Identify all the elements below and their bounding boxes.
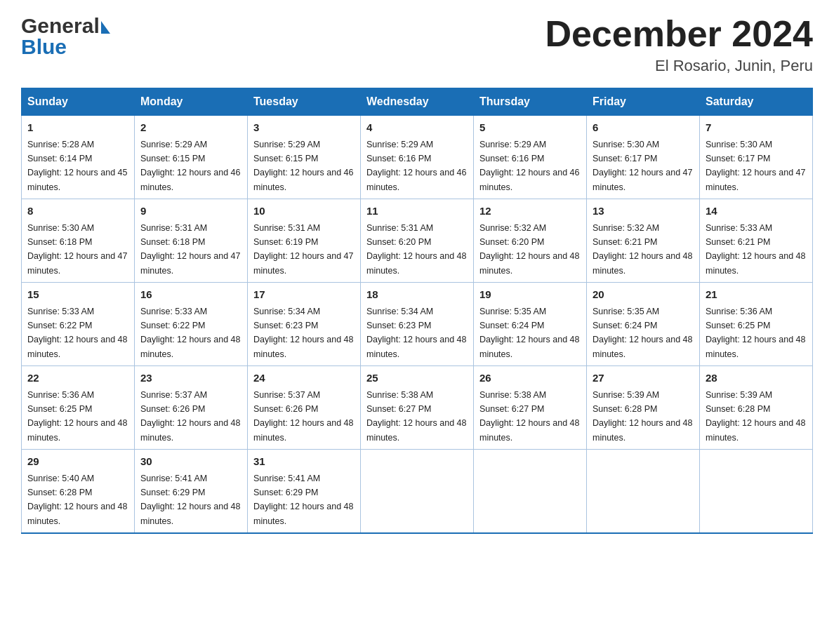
calendar-cell: 27 Sunrise: 5:39 AMSunset: 6:28 PMDaylig… [587,366,700,450]
calendar-cell: 2 Sunrise: 5:29 AMSunset: 6:15 PMDayligh… [135,116,248,199]
day-info: Sunrise: 5:34 AMSunset: 6:23 PMDaylight:… [366,307,466,359]
calendar-week-row: 8 Sunrise: 5:30 AMSunset: 6:18 PMDayligh… [22,199,813,283]
calendar-cell [361,450,474,534]
day-info: Sunrise: 5:39 AMSunset: 6:28 PMDaylight:… [706,390,805,443]
calendar-cell: 10 Sunrise: 5:31 AMSunset: 6:19 PMDaylig… [248,199,361,283]
day-info: Sunrise: 5:28 AMSunset: 6:14 PMDaylight:… [27,140,127,192]
day-number: 28 [706,370,807,387]
day-number: 7 [706,120,807,136]
weekday-header-tuesday: Tuesday [248,88,361,116]
day-info: Sunrise: 5:34 AMSunset: 6:23 PMDaylight:… [253,307,353,359]
day-info: Sunrise: 5:31 AMSunset: 6:18 PMDaylight:… [140,223,240,276]
calendar-cell: 30 Sunrise: 5:41 AMSunset: 6:29 PMDaylig… [135,450,248,534]
day-number: 14 [706,203,807,220]
day-info: Sunrise: 5:35 AMSunset: 6:24 PMDaylight:… [593,307,692,359]
day-info: Sunrise: 5:36 AMSunset: 6:25 PMDaylight:… [706,307,805,359]
day-info: Sunrise: 5:41 AMSunset: 6:29 PMDaylight:… [140,474,240,526]
day-number: 20 [593,287,694,303]
day-info: Sunrise: 5:35 AMSunset: 6:24 PMDaylight:… [479,307,579,359]
day-info: Sunrise: 5:33 AMSunset: 6:22 PMDaylight:… [27,307,127,359]
calendar-week-row: 22 Sunrise: 5:36 AMSunset: 6:25 PMDaylig… [22,366,813,450]
day-number: 23 [140,370,241,387]
day-number: 24 [253,370,355,387]
calendar-cell: 11 Sunrise: 5:31 AMSunset: 6:20 PMDaylig… [361,199,474,283]
day-number: 2 [140,120,241,136]
day-info: Sunrise: 5:38 AMSunset: 6:27 PMDaylight:… [479,390,579,443]
day-info: Sunrise: 5:30 AMSunset: 6:17 PMDaylight:… [593,140,692,192]
calendar-title: December 2024 [545,14,813,54]
calendar-cell: 13 Sunrise: 5:32 AMSunset: 6:21 PMDaylig… [587,199,700,283]
day-info: Sunrise: 5:31 AMSunset: 6:19 PMDaylight:… [253,223,353,276]
day-info: Sunrise: 5:33 AMSunset: 6:21 PMDaylight:… [706,223,805,276]
weekday-header-monday: Monday [135,88,248,116]
calendar-cell: 9 Sunrise: 5:31 AMSunset: 6:18 PMDayligh… [135,199,248,283]
weekday-header-sunday: Sunday [22,88,135,116]
page-header: General Blue December 2024 El Rosario, J… [21,14,813,75]
calendar-week-row: 15 Sunrise: 5:33 AMSunset: 6:22 PMDaylig… [22,283,813,366]
day-number: 11 [366,203,468,220]
day-info: Sunrise: 5:31 AMSunset: 6:20 PMDaylight:… [366,223,466,276]
calendar-cell: 29 Sunrise: 5:40 AMSunset: 6:28 PMDaylig… [22,450,135,534]
calendar-cell: 14 Sunrise: 5:33 AMSunset: 6:21 PMDaylig… [700,199,813,283]
calendar-subtitle: El Rosario, Junin, Peru [545,57,813,75]
calendar-cell: 23 Sunrise: 5:37 AMSunset: 6:26 PMDaylig… [135,366,248,450]
day-info: Sunrise: 5:29 AMSunset: 6:16 PMDaylight:… [366,140,466,192]
day-number: 4 [366,120,468,136]
calendar-cell: 28 Sunrise: 5:39 AMSunset: 6:28 PMDaylig… [700,366,813,450]
day-number: 25 [366,370,468,387]
day-info: Sunrise: 5:32 AMSunset: 6:21 PMDaylight:… [593,223,692,276]
day-info: Sunrise: 5:36 AMSunset: 6:25 PMDaylight:… [27,390,127,443]
day-info: Sunrise: 5:37 AMSunset: 6:26 PMDaylight:… [253,390,353,443]
logo: General Blue [21,14,110,59]
calendar-cell: 24 Sunrise: 5:37 AMSunset: 6:26 PMDaylig… [248,366,361,450]
day-info: Sunrise: 5:29 AMSunset: 6:15 PMDaylight:… [253,140,353,192]
logo-arrow-icon [101,21,110,34]
day-number: 8 [27,203,128,220]
day-info: Sunrise: 5:30 AMSunset: 6:17 PMDaylight:… [706,140,805,192]
day-info: Sunrise: 5:39 AMSunset: 6:28 PMDaylight:… [593,390,692,443]
day-number: 6 [593,120,694,136]
calendar-week-row: 29 Sunrise: 5:40 AMSunset: 6:28 PMDaylig… [22,450,813,534]
day-number: 19 [479,287,581,303]
calendar-cell: 18 Sunrise: 5:34 AMSunset: 6:23 PMDaylig… [361,283,474,366]
day-number: 15 [27,287,128,303]
day-info: Sunrise: 5:32 AMSunset: 6:20 PMDaylight:… [479,223,579,276]
calendar-cell: 16 Sunrise: 5:33 AMSunset: 6:22 PMDaylig… [135,283,248,366]
weekday-header-saturday: Saturday [700,88,813,116]
title-block: December 2024 El Rosario, Junin, Peru [545,14,813,75]
day-info: Sunrise: 5:30 AMSunset: 6:18 PMDaylight:… [27,223,127,276]
calendar-cell: 21 Sunrise: 5:36 AMSunset: 6:25 PMDaylig… [700,283,813,366]
day-number: 5 [479,120,581,136]
day-number: 21 [706,287,807,303]
calendar-cell: 4 Sunrise: 5:29 AMSunset: 6:16 PMDayligh… [361,116,474,199]
calendar-cell: 12 Sunrise: 5:32 AMSunset: 6:20 PMDaylig… [474,199,587,283]
weekday-header-friday: Friday [587,88,700,116]
day-number: 18 [366,287,468,303]
day-number: 16 [140,287,241,303]
calendar-header-row: SundayMondayTuesdayWednesdayThursdayFrid… [22,88,813,116]
day-info: Sunrise: 5:38 AMSunset: 6:27 PMDaylight:… [366,390,466,443]
day-number: 1 [27,120,128,136]
day-number: 3 [253,120,355,136]
day-info: Sunrise: 5:41 AMSunset: 6:29 PMDaylight:… [253,474,353,526]
logo-general-text: General [21,14,100,38]
day-info: Sunrise: 5:29 AMSunset: 6:15 PMDaylight:… [140,140,240,192]
day-number: 29 [27,454,128,470]
calendar-cell: 8 Sunrise: 5:30 AMSunset: 6:18 PMDayligh… [22,199,135,283]
day-number: 26 [479,370,581,387]
calendar-cell: 5 Sunrise: 5:29 AMSunset: 6:16 PMDayligh… [474,116,587,199]
calendar-cell: 17 Sunrise: 5:34 AMSunset: 6:23 PMDaylig… [248,283,361,366]
day-number: 17 [253,287,355,303]
calendar-cell: 26 Sunrise: 5:38 AMSunset: 6:27 PMDaylig… [474,366,587,450]
day-number: 30 [140,454,241,470]
calendar-cell: 20 Sunrise: 5:35 AMSunset: 6:24 PMDaylig… [587,283,700,366]
logo-blue-text: Blue [21,35,67,59]
day-number: 9 [140,203,241,220]
calendar-cell: 1 Sunrise: 5:28 AMSunset: 6:14 PMDayligh… [22,116,135,199]
calendar-cell: 31 Sunrise: 5:41 AMSunset: 6:29 PMDaylig… [248,450,361,534]
calendar-cell: 15 Sunrise: 5:33 AMSunset: 6:22 PMDaylig… [22,283,135,366]
calendar-week-row: 1 Sunrise: 5:28 AMSunset: 6:14 PMDayligh… [22,116,813,199]
calendar-cell: 19 Sunrise: 5:35 AMSunset: 6:24 PMDaylig… [474,283,587,366]
day-number: 27 [593,370,694,387]
calendar-cell [587,450,700,534]
